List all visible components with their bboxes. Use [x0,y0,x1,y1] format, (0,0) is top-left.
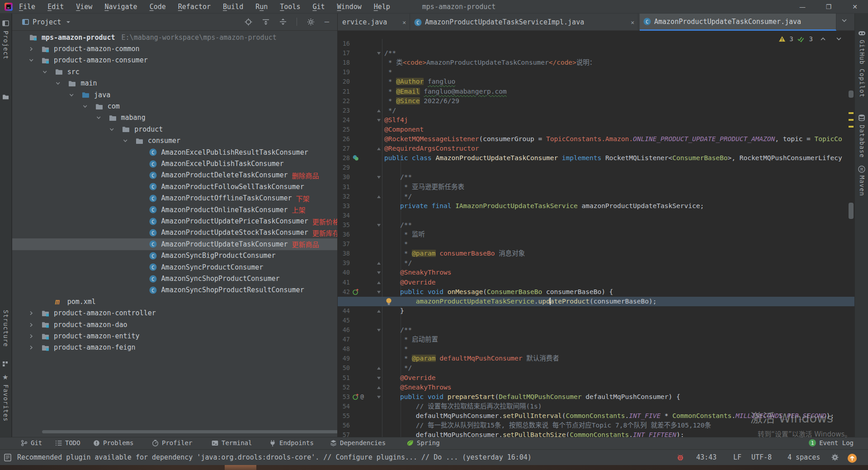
toolwindow-button-git[interactable]: Git [21,439,42,446]
structure-grid-icon[interactable] [2,361,9,368]
chevron-collapsed-icon[interactable] [28,345,36,350]
line-number[interactable]: 47 [338,335,350,344]
tab-close-icon[interactable]: ✕ [402,19,406,26]
code-line[interactable]: 31 * 亚马逊更新任务表 [338,182,854,192]
tree-item[interactable]: CAmazonExcelPublishResultTaskConsumer [12,147,337,158]
tree-item[interactable]: CAmazonProductFollowSellTaskConsumer [12,181,337,192]
chevron-expanded-icon[interactable] [42,69,49,75]
line-number[interactable]: 36 [338,230,350,239]
toolwindow-button-terminal[interactable]: Terminal [212,439,252,446]
tree-item[interactable]: CAmazonProductUpdateStockTaskConsumer更新库… [12,227,337,238]
line-number[interactable]: 27 [338,144,350,153]
menu-code[interactable]: Code [150,3,166,11]
line-number[interactable]: 55 [338,411,350,421]
settings-gear-icon[interactable] [307,18,315,26]
line-number[interactable]: 23 [338,106,350,115]
project-view-selector[interactable]: Project [33,18,61,26]
fold-marker-icon[interactable] [377,271,381,274]
editor-tab[interactable]: CAmazonProductUpdateTaskServiceImpl.java… [410,14,638,31]
fold-marker-icon[interactable] [377,224,381,227]
event-log-button[interactable]: 1 Event Log [809,439,854,446]
toolwindow-button-todo[interactable]: TODO [55,439,80,446]
sidebar-tab-database[interactable]: Database [859,125,866,158]
chevron-expanded-icon[interactable] [55,81,62,86]
tree-item[interactable]: consumer [12,135,337,147]
bean-gutter-icon[interactable] [352,154,359,161]
toolwindow-button-problems[interactable]: Problems [93,439,133,446]
hide-panel-icon[interactable]: — [325,19,329,24]
expand-all-icon[interactable] [262,18,269,25]
editor-scrollbar[interactable] [848,31,854,437]
sidebar-tab-favorites[interactable]: Favorites [2,385,9,422]
tree-item[interactable]: CAmazonExcelPublishTaskConsumer [12,158,337,169]
code-line[interactable]: 16 [338,39,854,48]
tab-close-icon[interactable]: ✕ [631,19,634,26]
line-number[interactable]: 50 [338,363,350,373]
line-number[interactable]: 28 [338,153,350,163]
fold-marker-icon[interactable] [377,119,381,122]
code-line[interactable]: 27@RequiredArgsConstructor [338,144,854,153]
line-number[interactable]: 49 [338,354,350,363]
line-number[interactable]: 34 [338,211,350,220]
fold-marker-icon[interactable] [377,176,381,179]
line-number[interactable]: 51 [338,373,350,383]
menu-build[interactable]: Build [223,3,243,11]
close-button[interactable]: ✕ [842,0,868,14]
tree-item[interactable]: mps-amazon-productE:\mabang-workspace\mp… [12,32,337,43]
tree-item[interactable]: CAmazonProductUpdatePriceTaskConsumer更新价… [12,215,337,227]
line-number[interactable]: 40 [338,268,350,277]
code-line[interactable]: 35 /** [338,220,854,230]
code-line[interactable]: 25@Component [338,125,854,134]
tree-item[interactable]: CAmazonProductOfflineTaskConsumer下架 [12,193,337,204]
line-number[interactable]: 45 [338,316,350,325]
line-number[interactable]: 17 [338,48,350,58]
scrollbar-thumb[interactable] [849,203,854,219]
code-line[interactable]: 51 @Override [338,373,854,383]
fold-marker-icon[interactable] [377,195,381,198]
line-number[interactable]: 56 [338,421,350,430]
code-line[interactable]: amazonProductUpdateTaskService.updatePro… [338,297,854,306]
editor-tab[interactable]: ervice.java✕ [339,14,410,31]
menu-view[interactable]: View [76,3,92,11]
tree-item[interactable]: com [12,100,337,112]
settings-sync-icon[interactable] [831,453,839,461]
code-area[interactable]: 1617/**18 * 类<code>AmazonProductUpdateTa… [338,39,854,437]
fold-marker-icon[interactable] [377,147,381,150]
menu-git[interactable]: Git [312,3,325,11]
code-line[interactable]: 34 [338,211,854,220]
fold-marker-icon[interactable] [377,262,381,265]
tree-item[interactable]: mpom.xml [12,296,337,307]
line-number[interactable]: 42 [338,287,350,297]
line-number[interactable]: 18 [338,58,350,67]
code-line[interactable]: 29 [338,163,854,172]
code-line[interactable]: 49 * @param defaultMqPushConsumer 默认消费者 [338,354,854,363]
hidden-tabs-chevron-icon[interactable] [841,18,847,23]
chevron-expanded-icon[interactable] [28,57,36,63]
menu-file[interactable]: File [19,3,35,11]
line-number[interactable]: 21 [338,87,350,96]
code-line[interactable]: 26@RocketMQMessageListener(consumerGroup… [338,134,854,144]
tree-item[interactable]: product-amazon-feign [12,342,337,353]
fold-marker-icon[interactable] [377,396,381,399]
folder-stripe-icon[interactable] [2,94,9,101]
line-number[interactable]: 53 [338,392,350,402]
chevron-expanded-icon[interactable] [109,127,116,132]
code-line[interactable]: 50 */ [338,363,854,373]
line-number[interactable]: 33 [338,201,350,211]
chevron-expanded-icon[interactable] [69,92,76,98]
tree-item[interactable]: product-amazon-entity [12,330,337,342]
code-line[interactable]: 38 * @param consumerBaseBo 消息对象 [338,249,854,258]
code-line[interactable]: 53@ public void prepareStart(DefaultMQPu… [338,392,854,402]
warning-stripe-mark[interactable] [849,112,854,114]
code-line[interactable]: 46 /** [338,325,854,335]
fold-marker-icon[interactable] [377,329,381,332]
warning-stripe-mark[interactable] [849,119,854,121]
sidebar-tab-maven[interactable]: Maven [859,176,866,196]
line-number[interactable]: 22 [338,96,350,106]
line-number[interactable]: 37 [338,239,350,249]
tree-item[interactable]: product-amazon-dao [12,319,337,330]
line-number[interactable]: 38 [338,249,350,258]
menu-run[interactable]: Run [255,3,268,11]
chevron-down-icon[interactable] [66,20,71,24]
code-line[interactable]: 19 * [338,67,854,77]
